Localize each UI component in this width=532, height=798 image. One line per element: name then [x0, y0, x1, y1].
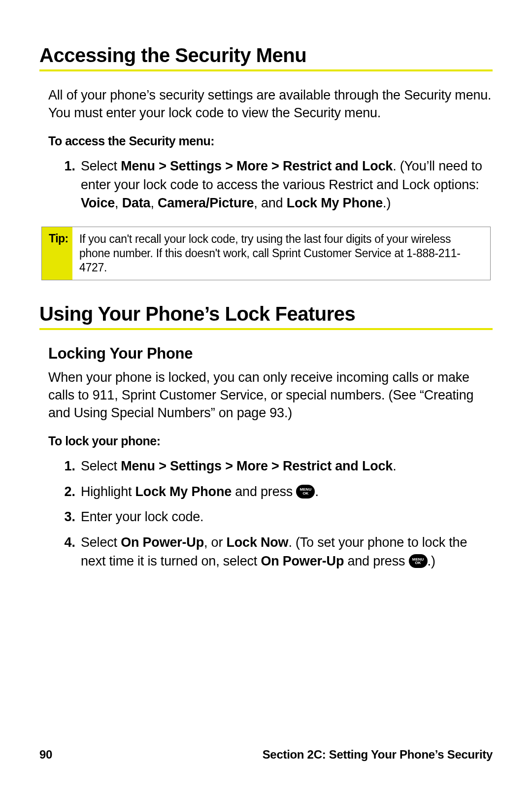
subhead-lock-phone: To lock your phone: — [39, 434, 493, 448]
text: Select — [81, 535, 121, 550]
text: . — [393, 459, 396, 473]
heading-lock-features: Using Your Phone’s Lock Features — [39, 303, 493, 325]
bold-text: Voice — [81, 196, 115, 210]
manual-page: Accessing the Security Menu All of your … — [0, 0, 532, 798]
text: , — [150, 196, 158, 210]
intro-paragraph-2: When your phone is locked, you can only … — [39, 368, 493, 422]
bold-text: On Power-Up — [121, 535, 204, 550]
step-item: Select On Power-Up, or Lock Now. (To set… — [79, 533, 493, 571]
text: Select — [81, 159, 121, 173]
step-item: Select Menu > Settings > More > Restrict… — [79, 157, 493, 213]
step-item: Enter your lock code. — [79, 508, 493, 527]
intro-paragraph-1: All of your phone’s security settings ar… — [39, 86, 493, 122]
menu-ok-icon: MENUOK — [409, 554, 428, 568]
text: , or — [204, 535, 227, 550]
steps-access-security: Select Menu > Settings > More > Restrict… — [39, 157, 493, 213]
page-footer: 90 Section 2C: Setting Your Phone’s Secu… — [39, 748, 493, 762]
step-item: Select Menu > Settings > More > Restrict… — [79, 457, 493, 476]
menu-ok-icon: MENUOK — [296, 485, 315, 499]
steps-lock-phone: Select Menu > Settings > More > Restrict… — [39, 457, 493, 571]
page-number: 90 — [39, 748, 52, 762]
text: Highlight — [81, 484, 135, 499]
text: and press — [232, 484, 296, 499]
text: . — [315, 484, 318, 499]
text: .) — [428, 554, 435, 568]
bold-text: Lock My Phone — [135, 484, 232, 499]
step-item: Highlight Lock My Phone and press MENUOK… — [79, 483, 493, 501]
text: , — [115, 196, 122, 210]
subheading-locking-phone: Locking Your Phone — [48, 345, 493, 363]
text: and press — [344, 554, 408, 568]
tip-label: Tip: — [42, 227, 72, 279]
tip-text: If you can't recall your lock code, try … — [72, 227, 490, 279]
icon-text-bottom: OK — [415, 561, 421, 565]
section-label: Section 2C: Setting Your Phone’s Securit… — [263, 748, 493, 762]
text: Select — [81, 459, 121, 473]
subhead-access-security: To access the Security menu: — [39, 134, 493, 148]
icon-text-bottom: OK — [302, 492, 308, 495]
bold-text: Lock My Phone — [287, 196, 383, 210]
text: .) — [383, 196, 391, 210]
heading-rule — [39, 328, 493, 330]
bold-text: Camera/Picture — [158, 196, 254, 210]
bold-text: Menu > Settings > More > Restrict and Lo… — [121, 459, 393, 473]
text: , and — [254, 196, 286, 210]
bold-text: On Power-Up — [261, 554, 344, 568]
tip-box: Tip: If you can't recall your lock code,… — [41, 227, 491, 280]
bold-text: Menu > Settings > More > Restrict and Lo… — [121, 159, 393, 173]
bold-text: Data — [122, 196, 151, 210]
heading-rule — [39, 69, 493, 71]
heading-accessing-security: Accessing the Security Menu — [39, 44, 493, 66]
bold-text: Lock Now — [226, 535, 288, 550]
